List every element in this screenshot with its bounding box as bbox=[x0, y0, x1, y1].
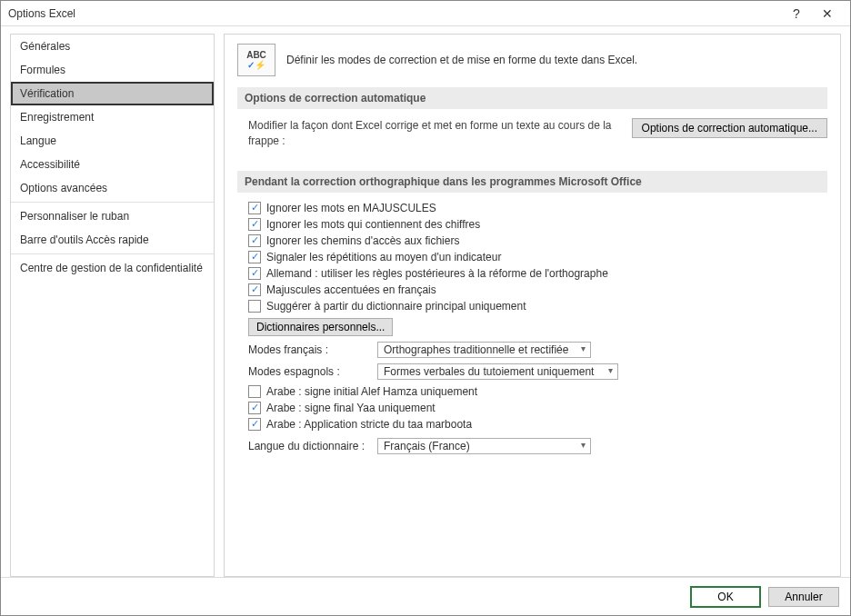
checkbox-icon[interactable] bbox=[248, 300, 261, 313]
dict-lang-select[interactable]: Français (France) bbox=[377, 438, 591, 454]
check-arabic-yaa[interactable]: Arabe : signe final Yaa uniquement bbox=[248, 402, 827, 414]
dict-lang-label: Langue du dictionnaire : bbox=[248, 440, 366, 452]
check-german-reform[interactable]: Allemand : utiliser les règles postérieu… bbox=[248, 267, 827, 280]
checkbox-icon[interactable] bbox=[248, 202, 261, 214]
french-modes-row: Modes français : Orthographes traditionn… bbox=[248, 342, 827, 358]
content-panel: ABC ✓⚡ Définir les modes de correction e… bbox=[224, 34, 841, 577]
help-button[interactable]: ? bbox=[781, 3, 812, 25]
dict-lang-row: Langue du dictionnaire : Français (Franc… bbox=[248, 438, 827, 454]
sidebar-item-formules[interactable]: Formules bbox=[11, 58, 214, 82]
section-spelling-header: Pendant la correction orthographique dan… bbox=[237, 171, 827, 193]
checkbox-icon[interactable] bbox=[248, 251, 261, 263]
header-row: ABC ✓⚡ Définir les modes de correction e… bbox=[237, 44, 827, 76]
titlebar: Options Excel ? ✕ bbox=[1, 1, 850, 26]
sidebar-item-qat[interactable]: Barre d'outils Accès rapide bbox=[11, 228, 214, 252]
section-spelling: Ignorer les mots en MAJUSCULES Ignorer l… bbox=[237, 202, 827, 472]
checkbox-icon[interactable] bbox=[248, 418, 261, 431]
section-autocorrect-header: Options de correction automatique bbox=[237, 87, 827, 109]
checkbox-icon[interactable] bbox=[248, 385, 261, 398]
sidebar-item-general[interactable]: Générales bbox=[11, 35, 214, 58]
section-autocorrect: Modifier la façon dont Excel corrige et … bbox=[237, 118, 827, 171]
french-modes-select[interactable]: Orthographes traditionnelle et rectifiée bbox=[377, 342, 591, 358]
sidebar-item-ruban[interactable]: Personnaliser le ruban bbox=[11, 204, 214, 228]
check-main-dict-only[interactable]: Suggérer à partir du dictionnaire princi… bbox=[248, 300, 827, 313]
spanish-modes-label: Modes espagnols : bbox=[248, 365, 366, 378]
main-area: Générales Formules Vérification Enregist… bbox=[1, 26, 850, 577]
sidebar: Générales Formules Vérification Enregist… bbox=[10, 34, 215, 577]
sidebar-item-accessibilite[interactable]: Accessibilité bbox=[11, 153, 214, 176]
proofing-icon: ABC ✓⚡ bbox=[237, 44, 275, 76]
check-flag-repeats[interactable]: Signaler les répétitions au moyen d'un i… bbox=[248, 251, 827, 263]
ok-button[interactable]: OK bbox=[690, 586, 761, 608]
autocorrect-desc: Modifier la façon dont Excel corrige et … bbox=[248, 118, 614, 149]
french-modes-label: Modes français : bbox=[248, 343, 366, 356]
checkbox-icon[interactable] bbox=[248, 402, 261, 414]
sidebar-item-trustcenter[interactable]: Centre de gestion de la confidentialité bbox=[11, 256, 214, 280]
footer: OK Annuler bbox=[1, 577, 850, 615]
sidebar-item-enregistrement[interactable]: Enregistrement bbox=[11, 105, 214, 129]
sidebar-separator bbox=[11, 253, 214, 254]
cancel-button[interactable]: Annuler bbox=[768, 587, 839, 607]
spanish-modes-row: Modes espagnols : Formes verbales du tut… bbox=[248, 363, 827, 380]
checkbox-icon[interactable] bbox=[248, 267, 261, 280]
header-desc: Définir les modes de correction et de mi… bbox=[286, 54, 637, 66]
sidebar-separator bbox=[11, 202, 214, 203]
sidebar-item-langue[interactable]: Langue bbox=[11, 129, 214, 153]
checkbox-icon[interactable] bbox=[248, 218, 261, 231]
custom-dictionaries-button[interactable]: Dictionnaires personnels... bbox=[248, 318, 393, 336]
check-icon: ✓⚡ bbox=[247, 60, 265, 70]
check-ignore-uppercase[interactable]: Ignorer les mots en MAJUSCULES bbox=[248, 202, 827, 214]
options-dialog: Options Excel ? ✕ Générales Formules Vér… bbox=[0, 0, 851, 616]
sidebar-item-verification[interactable]: Vérification bbox=[11, 82, 214, 105]
check-arabic-alef[interactable]: Arabe : signe initial Alef Hamza uniquem… bbox=[248, 385, 827, 398]
check-ignore-numbers[interactable]: Ignorer les mots qui contiennent des chi… bbox=[248, 218, 827, 231]
check-ignore-paths[interactable]: Ignorer les chemins d'accès aux fichiers bbox=[248, 234, 827, 247]
checkbox-icon[interactable] bbox=[248, 234, 261, 247]
autocorrect-options-button[interactable]: Options de correction automatique... bbox=[632, 118, 827, 138]
sidebar-item-avancees[interactable]: Options avancées bbox=[11, 176, 214, 200]
check-arabic-taa[interactable]: Arabe : Application stricte du taa marbo… bbox=[248, 418, 827, 431]
checkbox-icon[interactable] bbox=[248, 283, 261, 296]
spanish-modes-select[interactable]: Formes verbales du tutoiement uniquement bbox=[377, 363, 618, 380]
close-button[interactable]: ✕ bbox=[812, 3, 843, 25]
check-french-accents[interactable]: Majuscules accentuées en français bbox=[248, 283, 827, 296]
dialog-title: Options Excel bbox=[8, 7, 781, 20]
